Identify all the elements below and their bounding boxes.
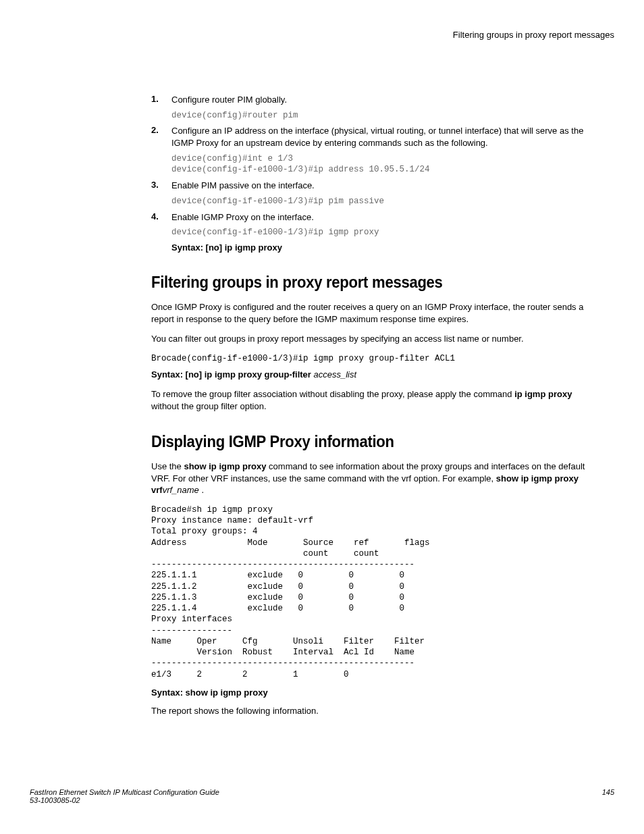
step-text: Enable PIM passive on the interface.: [171, 180, 601, 192]
page-footer: FastIron Ethernet Switch IP Multicast Co…: [30, 788, 614, 804]
step-2: 2. Configure an IP address on the interf…: [151, 125, 601, 176]
step-list: 1. Configure router PIM globally. device…: [151, 94, 601, 253]
syntax-arg: access_list: [314, 369, 357, 380]
section-heading-displaying: Displaying IGMP Proxy information: [151, 432, 565, 451]
step-num: 1.: [151, 94, 159, 104]
text-run: To remove the group filter association w…: [151, 389, 514, 399]
text-run: without the group filter option.: [151, 401, 267, 411]
syntax-bold: Syntax: [no] ip igmp proxy group-filter: [151, 369, 314, 380]
step-1: 1. Configure router PIM globally. device…: [151, 94, 601, 121]
step-code: device(config)#router pim: [171, 110, 601, 122]
command-arg: vrf_name: [163, 485, 199, 495]
main-content: 1. Configure router PIM globally. device…: [30, 94, 614, 717]
step-num: 2.: [151, 125, 159, 135]
step-text: Configure an IP address on the interface…: [171, 125, 601, 149]
step-text: Configure router PIM globally.: [171, 94, 601, 106]
paragraph: You can filter out groups in proxy repor…: [151, 333, 601, 345]
page-number: 145: [602, 788, 614, 804]
step-3: 3. Enable PIM passive on the interface. …: [151, 180, 601, 207]
command-name: show ip igmp proxy: [184, 461, 266, 471]
running-header: Filtering groups in proxy report message…: [30, 30, 614, 40]
paragraph: Use the show ip igmp proxy command to se…: [151, 461, 601, 496]
syntax-line: Syntax: show ip igmp proxy: [151, 687, 601, 699]
footer-left: FastIron Ethernet Switch IP Multicast Co…: [30, 788, 219, 804]
command-name: ip igmp proxy: [514, 389, 572, 399]
text-run: Use the: [151, 461, 184, 471]
paragraph: The report shows the following informati…: [151, 705, 601, 717]
code-example: Brocade(config-if-e1000-1/3)#ip igmp pro…: [151, 353, 601, 365]
step-num: 3.: [151, 180, 159, 190]
text-run: .: [199, 485, 204, 495]
syntax-line: Syntax: [no] ip igmp proxy: [171, 242, 601, 253]
step-4: 4. Enable IGMP Proxy on the interface. d…: [151, 211, 601, 253]
step-code: device(config-if-e1000-1/3)#ip igmp prox…: [171, 227, 601, 238]
paragraph: To remove the group filter association w…: [151, 388, 601, 412]
step-num: 4.: [151, 211, 159, 221]
cli-output: Brocade#sh ip igmp proxy Proxy instance …: [151, 504, 601, 680]
step-code: device(config)#int e 1/3 device(config-i…: [171, 153, 601, 176]
footer-title: FastIron Ethernet Switch IP Multicast Co…: [30, 788, 219, 796]
footer-docnum: 53-1003085-02: [30, 796, 219, 804]
step-code: device(config-if-e1000-1/3)#ip pim passi…: [171, 196, 601, 207]
paragraph: Once IGMP Proxy is configured and the ro…: [151, 301, 601, 325]
syntax-line: Syntax: [no] ip igmp proxy group-filter …: [151, 369, 601, 381]
section-heading-filtering: Filtering groups in proxy report message…: [151, 273, 565, 292]
step-text: Enable IGMP Proxy on the interface.: [171, 211, 601, 224]
